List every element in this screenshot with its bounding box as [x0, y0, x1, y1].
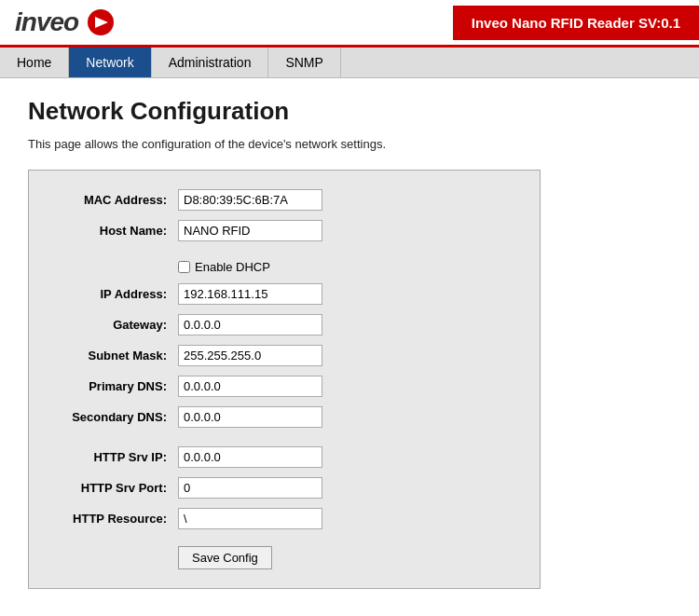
host-name-row: Host Name: — [48, 220, 512, 241]
dhcp-checkbox[interactable] — [178, 261, 190, 273]
logo-area: inveo — [0, 0, 130, 45]
mac-address-row: MAC Address: — [48, 189, 512, 211]
ip-address-input[interactable] — [178, 283, 322, 305]
dhcp-row: Enable DHCP — [48, 260, 512, 274]
dhcp-label: Enable DHCP — [195, 260, 270, 274]
page-description: This page allows the configuration of th… — [28, 137, 671, 151]
secondary-dns-label: Secondary DNS: — [48, 410, 178, 424]
ip-address-row: IP Address: — [48, 283, 512, 305]
primary-dns-label: Primary DNS: — [48, 379, 178, 393]
gateway-row: Gateway: — [48, 314, 512, 335]
secondary-dns-input[interactable] — [178, 406, 322, 428]
primary-dns-input[interactable] — [178, 376, 322, 397]
primary-dns-row: Primary DNS: — [48, 376, 512, 397]
subnet-mask-label: Subnet Mask: — [48, 349, 178, 363]
ip-address-label: IP Address: — [48, 287, 178, 301]
secondary-dns-row: Secondary DNS: — [48, 406, 512, 428]
http-resource-label: HTTP Resource: — [48, 512, 178, 526]
header: inveo Inveo Nano RFID Reader SV:0.1 — [0, 0, 699, 48]
http-srv-ip-row: HTTP Srv IP: — [48, 446, 512, 468]
page-title: Network Configuration — [28, 97, 671, 126]
http-srv-port-input[interactable] — [178, 477, 322, 499]
nav-snmp[interactable]: SNMP — [268, 48, 340, 77]
logo-icon — [86, 7, 116, 37]
http-srv-ip-label: HTTP Srv IP: — [48, 450, 178, 464]
host-name-label: Host Name: — [48, 224, 178, 238]
http-srv-port-row: HTTP Srv Port: — [48, 477, 512, 499]
http-srv-ip-input[interactable] — [178, 446, 322, 468]
nav-administration[interactable]: Administration — [152, 48, 269, 77]
save-row: Save Config — [48, 539, 512, 569]
gateway-input[interactable] — [178, 314, 322, 335]
http-srv-port-label: HTTP Srv Port: — [48, 481, 178, 495]
gateway-label: Gateway: — [48, 318, 178, 332]
content: Network Configuration This page allows t… — [0, 78, 699, 608]
mac-address-label: MAC Address: — [48, 193, 178, 207]
host-name-input[interactable] — [178, 220, 322, 241]
subnet-mask-row: Subnet Mask: — [48, 345, 512, 366]
subnet-mask-input[interactable] — [178, 345, 322, 366]
device-title: Inveo Nano RFID Reader SV:0.1 — [453, 6, 699, 40]
http-resource-input[interactable] — [178, 508, 322, 529]
form-box: MAC Address: Host Name: Enable DHCP IP A… — [28, 170, 541, 589]
http-resource-row: HTTP Resource: — [48, 508, 512, 529]
mac-address-input[interactable] — [178, 189, 322, 211]
nav-home[interactable]: Home — [0, 48, 69, 77]
nav: Home Network Administration SNMP — [0, 48, 699, 78]
save-button[interactable]: Save Config — [178, 546, 272, 569]
nav-network[interactable]: Network — [69, 48, 151, 77]
logo-text: inveo — [15, 7, 78, 37]
